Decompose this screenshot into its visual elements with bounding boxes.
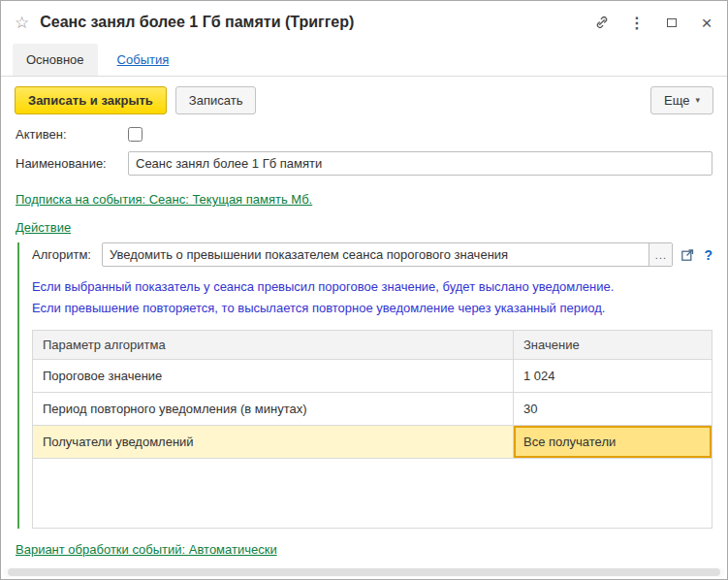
maximize-icon[interactable] bbox=[663, 14, 681, 31]
active-field-row: Активен: bbox=[16, 127, 712, 142]
param-cell[interactable]: Получатели уведомлений bbox=[33, 426, 514, 459]
save-button[interactable]: Записать bbox=[175, 86, 257, 114]
save-and-close-button[interactable]: Записать и закрыть bbox=[15, 86, 167, 114]
action-section-link[interactable]: Действие bbox=[16, 220, 71, 235]
table-header-row: Параметр алгоритма Значение bbox=[33, 331, 712, 360]
table-row-selected[interactable]: Получатели уведомлений Все получатели bbox=[33, 426, 712, 459]
active-label: Активен: bbox=[16, 127, 128, 142]
algorithm-params-table: Параметр алгоритма Значение Пороговое зн… bbox=[32, 330, 712, 529]
horizontal-scrollbar[interactable] bbox=[3, 567, 725, 577]
column-header-value: Значение bbox=[514, 331, 712, 360]
event-subscription-link[interactable]: Подписка на события: Сеанс: Текущая памя… bbox=[16, 192, 312, 207]
horizontal-scrollbar-thumb[interactable] bbox=[8, 568, 720, 576]
active-checkbox[interactable] bbox=[128, 127, 142, 142]
help-link[interactable]: ? bbox=[704, 247, 712, 263]
value-cell-selected[interactable]: Все получатели bbox=[514, 426, 712, 459]
action-section: Алгоритм: ... ? Если выбранный показател… bbox=[17, 242, 712, 529]
window-title: Сеанс занял более 1 Гб памяти (Триггер) bbox=[40, 14, 583, 31]
tab-bar: Основное События bbox=[1, 44, 727, 77]
algorithm-hint: Если выбранный показатель у сеанса превы… bbox=[32, 277, 712, 318]
table-empty-area bbox=[33, 459, 712, 529]
table-row[interactable]: Пороговое значение 1 024 bbox=[33, 360, 712, 393]
more-menu-icon[interactable]: ⋮ bbox=[628, 14, 646, 31]
hint-line-2: Если превышение повторяется, то высылает… bbox=[32, 299, 712, 318]
name-field-row: Наименование: bbox=[16, 151, 712, 176]
algorithm-label: Алгоритм: bbox=[32, 247, 102, 262]
tab-main[interactable]: Основное bbox=[13, 44, 98, 76]
chevron-down-icon: ▾ bbox=[695, 95, 700, 105]
event-processing-variant-link[interactable]: Вариант обработки событий: Автоматически bbox=[16, 542, 277, 557]
column-header-param: Параметр алгоритма bbox=[33, 331, 514, 360]
titlebar-actions: ⋮ × bbox=[593, 14, 715, 31]
param-cell[interactable]: Пороговое значение bbox=[33, 360, 514, 393]
algorithm-choose-button[interactable]: ... bbox=[649, 243, 672, 266]
value-cell[interactable]: 1 024 bbox=[514, 360, 712, 393]
open-form-icon[interactable] bbox=[681, 247, 695, 262]
value-cell[interactable]: 30 bbox=[514, 393, 712, 426]
name-label: Наименование: bbox=[16, 156, 128, 171]
algorithm-combo: ... bbox=[102, 242, 673, 267]
app-window: ☆ Сеанс занял более 1 Гб памяти (Триггер… bbox=[0, 0, 728, 580]
title-bar: ☆ Сеанс занял более 1 Гб памяти (Триггер… bbox=[1, 1, 727, 44]
hint-line-1: Если выбранный показатель у сеанса превы… bbox=[32, 277, 712, 297]
toolbar: Записать и закрыть Записать Еще ▾ bbox=[1, 77, 727, 123]
more-actions-label: Еще bbox=[664, 93, 689, 108]
name-input[interactable] bbox=[128, 151, 712, 176]
tab-events[interactable]: События bbox=[104, 44, 183, 76]
close-icon[interactable]: × bbox=[698, 14, 715, 31]
algorithm-input[interactable] bbox=[103, 243, 649, 266]
algorithm-field-row: Алгоритм: ... ? bbox=[32, 242, 712, 267]
more-actions-button[interactable]: Еще ▾ bbox=[650, 86, 713, 114]
param-cell[interactable]: Период повторного уведомления (в минутах… bbox=[33, 393, 514, 426]
get-link-icon[interactable] bbox=[593, 14, 611, 31]
favorite-star-icon[interactable]: ☆ bbox=[15, 15, 29, 31]
form-body: Активен: Наименование: Подписка на событ… bbox=[1, 123, 727, 579]
table-row[interactable]: Период повторного уведомления (в минутах… bbox=[33, 393, 712, 426]
